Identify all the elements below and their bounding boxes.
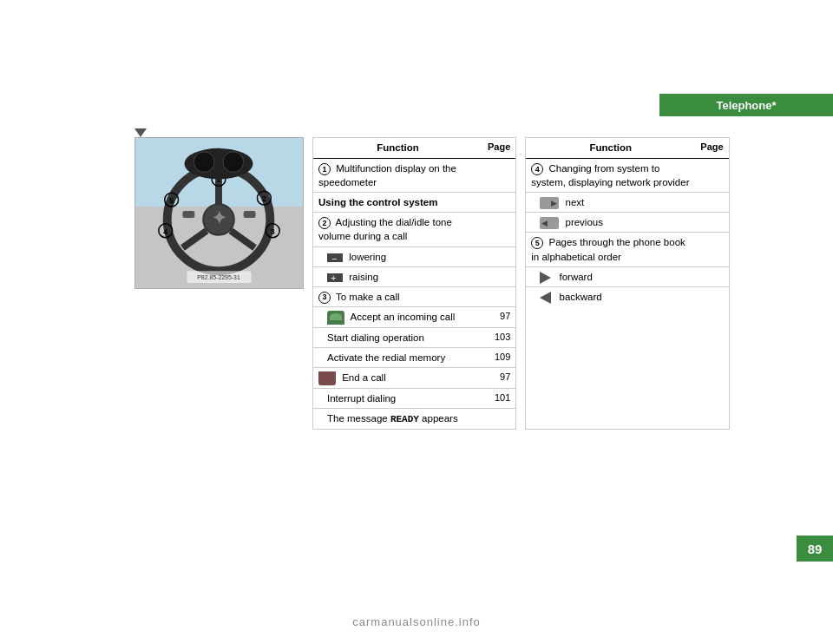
row-phonebook-page (695, 233, 728, 266)
row-using-control-page (482, 193, 515, 213)
car-image: ✦ 1 2 3 4 5 P82.85-2295-31 (134, 137, 304, 289)
forward-icon (540, 272, 551, 284)
row-next: ▶ next (526, 193, 695, 213)
right-col-page-header: Page (695, 138, 728, 159)
row-previous: ◀ previous (526, 213, 695, 233)
row-accept-call: Accept an incoming call (313, 306, 482, 327)
row-changing-system: 4 Changing from system to system, displa… (526, 159, 695, 193)
table-row: 3 To make a call (313, 286, 515, 306)
row-adjusting-page (482, 213, 515, 246)
circle-2: 2 (318, 217, 331, 229)
row-forward-page (695, 266, 728, 286)
circle-3: 3 (318, 292, 331, 304)
row-adjusting: 2 Adjusting the dial/idle tone volume du… (313, 213, 482, 246)
tables-container: Function Page 1 Multifunction display on… (312, 137, 824, 430)
svg-rect-9 (244, 211, 256, 218)
table-row: 1 Multifunction display on the speedomet… (313, 159, 515, 193)
table-row: 5 Pages through the phone book in alphab… (526, 233, 728, 266)
table-row: Interrupt dialing 101 (313, 388, 515, 408)
table-row: Activate the redial memory 109 (313, 347, 515, 367)
row-interrupt-page: 101 (482, 388, 515, 408)
table-row: ◀ previous (526, 213, 728, 233)
page-badge: 89 (797, 536, 833, 562)
table-row: ▶ next (526, 193, 728, 213)
net-prev-icon: ◀ (540, 217, 559, 229)
header-bar: Telephone* (659, 94, 833, 116)
row-start-dialing: Start dialing operation (313, 327, 482, 347)
table-row: lowering (313, 246, 515, 266)
table-row: backward (526, 286, 728, 306)
phone-accept-icon (327, 311, 344, 325)
row-next-page (695, 193, 728, 213)
watermark: carmanualsonline.info (0, 615, 833, 628)
svg-point-21 (193, 152, 214, 173)
left-col-function-header: Function (313, 138, 482, 159)
right-table: Function Page 4 Changing from system to … (525, 137, 729, 430)
right-function-table: Function Page 4 Changing from system to … (526, 138, 728, 306)
svg-text:P82.85-2295-31: P82.85-2295-31 (197, 274, 240, 280)
table-row: forward (526, 266, 728, 286)
row-lowering: lowering (313, 246, 482, 266)
minus-icon (327, 253, 343, 262)
row-phonebook: 5 Pages through the phone book in alphab… (526, 233, 695, 266)
svg-text:✦: ✦ (212, 208, 226, 227)
row-ready: The message READY appears (313, 409, 482, 430)
watermark-text: carmanualsonline.info (352, 615, 480, 628)
row-backward: backward (526, 286, 695, 306)
right-col-function-header: Function (526, 138, 695, 159)
row-multifunction: 1 Multifunction display on the speedomet… (313, 159, 482, 193)
plus-icon (327, 273, 343, 282)
row-redial: Activate the redial memory (313, 347, 482, 367)
row-raising: raising (313, 266, 482, 286)
row-changing-system-page (695, 159, 728, 193)
row-lowering-page (482, 246, 515, 266)
row-make-call: 3 To make a call (313, 286, 482, 306)
table-row: 4 Changing from system to system, displa… (526, 159, 728, 193)
table-row: The message READY appears (313, 409, 515, 430)
svg-point-22 (223, 152, 244, 173)
svg-text:2: 2 (262, 194, 266, 203)
ready-text: READY (390, 414, 419, 424)
circle-4: 4 (531, 163, 543, 175)
row-end-call: End a call (313, 368, 482, 389)
svg-text:3: 3 (271, 227, 275, 236)
table-row: End a call 97 (313, 368, 515, 389)
svg-text:4: 4 (163, 227, 167, 236)
row-start-dialing-page: 103 (482, 327, 515, 347)
svg-rect-8 (182, 211, 194, 218)
row-redial-page: 109 (482, 347, 515, 367)
row-multifunction-page (482, 159, 515, 193)
row-make-call-page (482, 286, 515, 306)
table-row: 2 Adjusting the dial/idle tone volume du… (313, 213, 515, 246)
row-raising-page (482, 266, 515, 286)
row-using-control: Using the control system (313, 193, 482, 213)
left-col-page-header: Page (482, 138, 515, 159)
table-row: Accept an incoming call 97 (313, 306, 515, 327)
row-interrupt: Interrupt dialing (313, 388, 482, 408)
left-function-table: Function Page 1 Multifunction display on… (313, 138, 515, 429)
row-forward: forward (526, 266, 695, 286)
circle-1: 1 (318, 163, 331, 175)
svg-text:5: 5 (169, 196, 174, 205)
circle-5: 5 (531, 237, 543, 249)
row-end-call-page: 97 (482, 368, 515, 389)
page-number: 89 (808, 542, 823, 556)
triangle-marker-icon (134, 128, 147, 137)
row-backward-page (695, 286, 728, 306)
left-table: Function Page 1 Multifunction display on… (312, 137, 516, 430)
table-row: Start dialing operation 103 (313, 327, 515, 347)
table-row: Using the control system (313, 193, 515, 213)
table-row: raising (313, 266, 515, 286)
header-title: Telephone* (716, 99, 776, 112)
end-call-icon (318, 371, 336, 385)
row-previous-page (695, 213, 728, 233)
backward-icon (540, 292, 551, 304)
using-control-label: Using the control system (318, 197, 437, 207)
row-ready-page (482, 409, 515, 430)
row-accept-call-page: 97 (482, 306, 515, 327)
net-next-icon: ▶ (540, 197, 559, 209)
